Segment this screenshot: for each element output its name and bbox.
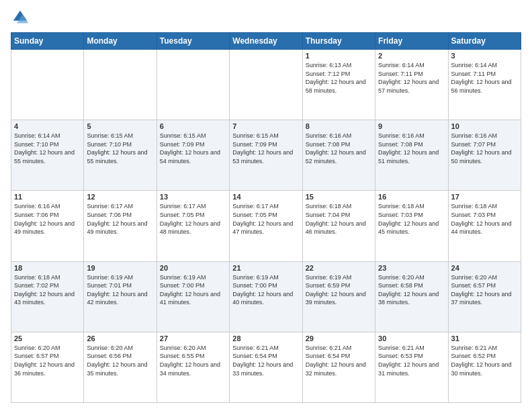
week-row-2: 4Sunrise: 6:14 AMSunset: 7:10 PMDaylight… — [11, 120, 521, 191]
calendar-table: SundayMondayTuesdayWednesdayThursdayFrid… — [11, 32, 521, 403]
day-cell-11: 11Sunrise: 6:16 AMSunset: 7:06 PMDayligh… — [11, 191, 84, 261]
day-number: 5 — [87, 122, 153, 130]
day-cell-2: 2Sunrise: 6:14 AMSunset: 7:11 PMDaylight… — [375, 50, 448, 120]
day-number: 28 — [232, 334, 299, 342]
day-number: 23 — [378, 264, 445, 272]
week-row-4: 18Sunrise: 6:18 AMSunset: 7:02 PMDayligh… — [11, 261, 521, 332]
day-info: Sunrise: 6:20 AMSunset: 6:58 PMDaylight:… — [378, 273, 445, 307]
day-cell-25: 25Sunrise: 6:20 AMSunset: 6:57 PMDayligh… — [11, 332, 84, 402]
day-info: Sunrise: 6:19 AMSunset: 7:01 PMDaylight:… — [87, 273, 153, 307]
day-cell-15: 15Sunrise: 6:18 AMSunset: 7:04 PMDayligh… — [302, 191, 375, 261]
day-cell-28: 28Sunrise: 6:21 AMSunset: 6:54 PMDayligh… — [230, 332, 302, 402]
day-number: 3 — [451, 52, 518, 60]
day-info: Sunrise: 6:21 AMSunset: 6:54 PMDaylight:… — [232, 344, 299, 377]
day-cell-21: 21Sunrise: 6:19 AMSunset: 7:00 PMDayligh… — [230, 261, 302, 332]
day-cell-6: 6Sunrise: 6:15 AMSunset: 7:09 PMDaylight… — [157, 120, 229, 191]
day-cell-empty — [230, 50, 302, 120]
day-cell-3: 3Sunrise: 6:14 AMSunset: 7:11 PMDaylight… — [448, 50, 521, 120]
day-number: 24 — [451, 264, 518, 272]
week-row-5: 25Sunrise: 6:20 AMSunset: 6:57 PMDayligh… — [11, 332, 521, 402]
day-number: 31 — [451, 334, 518, 342]
day-info: Sunrise: 6:17 AMSunset: 7:05 PMDaylight:… — [160, 202, 226, 236]
day-number: 20 — [160, 264, 226, 272]
day-number: 18 — [14, 264, 81, 272]
day-info: Sunrise: 6:14 AMSunset: 7:10 PMDaylight:… — [14, 132, 81, 165]
day-number: 7 — [232, 122, 299, 130]
day-info: Sunrise: 6:17 AMSunset: 7:05 PMDaylight:… — [232, 202, 299, 236]
day-number: 14 — [232, 193, 299, 201]
day-number: 11 — [14, 193, 81, 201]
day-cell-7: 7Sunrise: 6:15 AMSunset: 7:09 PMDaylight… — [230, 120, 302, 191]
day-number: 16 — [378, 193, 445, 201]
day-info: Sunrise: 6:21 AMSunset: 6:54 PMDaylight:… — [306, 344, 372, 377]
day-info: Sunrise: 6:18 AMSunset: 7:02 PMDaylight:… — [14, 273, 81, 307]
day-number: 30 — [378, 334, 445, 342]
day-info: Sunrise: 6:16 AMSunset: 7:07 PMDaylight:… — [451, 132, 518, 165]
col-header-sunday: Sunday — [11, 33, 84, 50]
day-cell-26: 26Sunrise: 6:20 AMSunset: 6:56 PMDayligh… — [84, 332, 157, 402]
header — [11, 8, 521, 27]
day-number: 17 — [451, 193, 518, 201]
day-cell-20: 20Sunrise: 6:19 AMSunset: 7:00 PMDayligh… — [157, 261, 229, 332]
day-cell-30: 30Sunrise: 6:21 AMSunset: 6:53 PMDayligh… — [375, 332, 448, 402]
day-number: 2 — [378, 52, 445, 60]
day-number: 12 — [87, 193, 153, 201]
page: SundayMondayTuesdayWednesdayThursdayFrid… — [0, 0, 532, 411]
day-number: 4 — [14, 122, 81, 130]
day-info: Sunrise: 6:20 AMSunset: 6:57 PMDaylight:… — [451, 273, 518, 307]
day-number: 8 — [306, 122, 372, 130]
day-info: Sunrise: 6:20 AMSunset: 6:56 PMDaylight:… — [87, 344, 153, 377]
day-info: Sunrise: 6:14 AMSunset: 7:11 PMDaylight:… — [451, 61, 518, 95]
day-cell-29: 29Sunrise: 6:21 AMSunset: 6:54 PMDayligh… — [302, 332, 375, 402]
day-info: Sunrise: 6:19 AMSunset: 7:00 PMDaylight:… — [232, 273, 299, 307]
col-header-thursday: Thursday — [302, 33, 375, 50]
day-info: Sunrise: 6:14 AMSunset: 7:11 PMDaylight:… — [378, 61, 445, 95]
col-header-wednesday: Wednesday — [230, 33, 302, 50]
day-cell-empty — [84, 50, 157, 120]
header-row: SundayMondayTuesdayWednesdayThursdayFrid… — [11, 33, 521, 50]
logo-icon — [11, 8, 30, 27]
day-info: Sunrise: 6:13 AMSunset: 7:12 PMDaylight:… — [306, 61, 372, 95]
day-cell-24: 24Sunrise: 6:20 AMSunset: 6:57 PMDayligh… — [448, 261, 521, 332]
day-info: Sunrise: 6:19 AMSunset: 6:59 PMDaylight:… — [306, 273, 372, 307]
day-cell-9: 9Sunrise: 6:16 AMSunset: 7:08 PMDaylight… — [375, 120, 448, 191]
logo — [11, 8, 32, 27]
day-number: 27 — [160, 334, 226, 342]
col-header-saturday: Saturday — [448, 33, 521, 50]
day-number: 26 — [87, 334, 153, 342]
day-info: Sunrise: 6:20 AMSunset: 6:57 PMDaylight:… — [14, 344, 81, 377]
day-number: 22 — [306, 264, 372, 272]
day-cell-13: 13Sunrise: 6:17 AMSunset: 7:05 PMDayligh… — [157, 191, 229, 261]
day-cell-5: 5Sunrise: 6:15 AMSunset: 7:10 PMDaylight… — [84, 120, 157, 191]
day-number: 13 — [160, 193, 226, 201]
day-cell-18: 18Sunrise: 6:18 AMSunset: 7:02 PMDayligh… — [11, 261, 84, 332]
day-cell-16: 16Sunrise: 6:18 AMSunset: 7:03 PMDayligh… — [375, 191, 448, 261]
day-info: Sunrise: 6:21 AMSunset: 6:53 PMDaylight:… — [378, 344, 445, 377]
day-cell-8: 8Sunrise: 6:16 AMSunset: 7:08 PMDaylight… — [302, 120, 375, 191]
day-number: 9 — [378, 122, 445, 130]
day-info: Sunrise: 6:18 AMSunset: 7:04 PMDaylight:… — [306, 202, 372, 236]
week-row-3: 11Sunrise: 6:16 AMSunset: 7:06 PMDayligh… — [11, 191, 521, 261]
day-cell-1: 1Sunrise: 6:13 AMSunset: 7:12 PMDaylight… — [302, 50, 375, 120]
day-cell-empty — [157, 50, 229, 120]
day-cell-12: 12Sunrise: 6:17 AMSunset: 7:06 PMDayligh… — [84, 191, 157, 261]
day-number: 6 — [160, 122, 226, 130]
day-cell-22: 22Sunrise: 6:19 AMSunset: 6:59 PMDayligh… — [302, 261, 375, 332]
day-cell-19: 19Sunrise: 6:19 AMSunset: 7:01 PMDayligh… — [84, 261, 157, 332]
day-cell-14: 14Sunrise: 6:17 AMSunset: 7:05 PMDayligh… — [230, 191, 302, 261]
day-cell-17: 17Sunrise: 6:18 AMSunset: 7:03 PMDayligh… — [448, 191, 521, 261]
day-info: Sunrise: 6:15 AMSunset: 7:09 PMDaylight:… — [232, 132, 299, 165]
day-info: Sunrise: 6:15 AMSunset: 7:09 PMDaylight:… — [160, 132, 226, 165]
col-header-tuesday: Tuesday — [157, 33, 229, 50]
day-cell-4: 4Sunrise: 6:14 AMSunset: 7:10 PMDaylight… — [11, 120, 84, 191]
day-info: Sunrise: 6:15 AMSunset: 7:10 PMDaylight:… — [87, 132, 153, 165]
day-info: Sunrise: 6:16 AMSunset: 7:08 PMDaylight:… — [378, 132, 445, 165]
day-info: Sunrise: 6:18 AMSunset: 7:03 PMDaylight:… — [451, 202, 518, 236]
day-info: Sunrise: 6:21 AMSunset: 6:52 PMDaylight:… — [451, 344, 518, 377]
day-info: Sunrise: 6:16 AMSunset: 7:08 PMDaylight:… — [306, 132, 372, 165]
day-cell-31: 31Sunrise: 6:21 AMSunset: 6:52 PMDayligh… — [448, 332, 521, 402]
day-info: Sunrise: 6:19 AMSunset: 7:00 PMDaylight:… — [160, 273, 226, 307]
day-cell-23: 23Sunrise: 6:20 AMSunset: 6:58 PMDayligh… — [375, 261, 448, 332]
day-number: 15 — [306, 193, 372, 201]
day-info: Sunrise: 6:18 AMSunset: 7:03 PMDaylight:… — [378, 202, 445, 236]
